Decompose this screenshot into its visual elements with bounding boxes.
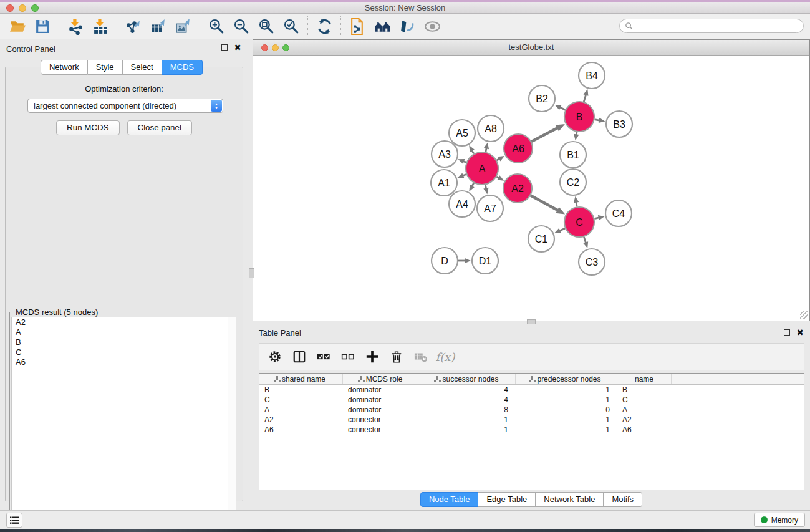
zoom-out-icon[interactable] <box>229 16 254 37</box>
mcds-result-item[interactable]: C <box>12 347 236 357</box>
table-cell[interactable]: 1 <box>516 395 617 405</box>
birdseye-icon[interactable] <box>420 16 445 37</box>
graph-edge-arrowhead <box>483 188 488 195</box>
criterion-dropdown[interactable]: largest connected component (directed) ▲… <box>27 99 223 113</box>
table-cell[interactable]: A6 <box>617 425 672 435</box>
column-header-shared-name[interactable]: shared name <box>259 374 343 384</box>
table-row[interactable]: Cdominator41C <box>259 395 804 405</box>
save-session-icon[interactable] <box>30 16 55 37</box>
table-cell[interactable]: 1 <box>420 415 516 425</box>
mcds-result-item[interactable]: A2 <box>12 317 236 327</box>
table-cell[interactable]: 0 <box>516 405 617 415</box>
table-cell[interactable]: A <box>259 405 343 415</box>
table-row[interactable]: A2connector11A2 <box>259 415 804 425</box>
tab-edge-table[interactable]: Edge Table <box>478 492 536 507</box>
table-cell[interactable]: A6 <box>259 425 343 435</box>
export-table-icon[interactable] <box>146 16 171 37</box>
table-cell[interactable]: A2 <box>617 415 672 425</box>
table-panel-title: Table Panel <box>259 328 301 337</box>
resize-grip-icon[interactable] <box>800 311 808 319</box>
table-cell[interactable]: 1 <box>516 425 617 435</box>
export-image-icon[interactable] <box>171 16 196 37</box>
deselect-all-icon[interactable] <box>339 347 357 366</box>
import-network-icon[interactable] <box>63 16 88 37</box>
table-cell[interactable]: 1 <box>516 385 617 395</box>
graph-node-label: B2 <box>536 94 548 104</box>
gear-icon[interactable] <box>266 347 284 366</box>
columns-icon[interactable] <box>290 347 309 366</box>
mcds-result-item[interactable]: B <box>12 337 236 347</box>
import-table-icon[interactable] <box>88 16 113 37</box>
tab-motifs[interactable]: Motifs <box>604 492 642 507</box>
divider-handle[interactable] <box>249 268 254 278</box>
memory-status-icon <box>761 516 768 523</box>
open-session-icon[interactable] <box>5 16 30 37</box>
float-panel-icon[interactable] <box>784 329 790 336</box>
table-cell[interactable]: dominator <box>343 405 420 415</box>
mcds-result-item[interactable]: A <box>12 327 236 337</box>
table-cell[interactable]: 1 <box>420 425 516 435</box>
home-icon[interactable] <box>370 16 395 37</box>
search-input[interactable] <box>619 19 804 33</box>
table-row[interactable]: Bdominator41B <box>259 385 804 395</box>
refresh-layout-icon[interactable] <box>312 16 337 37</box>
network-canvas[interactable]: AA1A2A3A4A5A6A7A8BB1B2B3B4CC1C2C3C4DD1 <box>254 56 809 320</box>
tab-select[interactable]: Select <box>123 60 162 75</box>
tab-network-table[interactable]: Network Table <box>536 492 604 507</box>
close-panel-icon[interactable]: ✖ <box>234 44 241 51</box>
network-file-icon[interactable] <box>345 16 370 37</box>
table-cell[interactable]: A2 <box>259 415 343 425</box>
close-panel-button[interactable]: Close panel <box>127 120 192 135</box>
memory-button[interactable]: Memory <box>754 513 805 527</box>
toolbar-separator <box>200 16 200 36</box>
table-cell[interactable]: 4 <box>420 385 516 395</box>
graph-edge[interactable] <box>531 195 559 210</box>
zoom-selected-icon[interactable] <box>279 16 304 37</box>
table-row[interactable]: A6connector11A6 <box>259 425 804 435</box>
graph-node-label: A <box>479 163 486 174</box>
divider-handle[interactable] <box>527 319 536 324</box>
close-panel-icon[interactable]: ✖ <box>796 329 804 336</box>
table-cell[interactable]: 8 <box>420 405 516 415</box>
zoom-in-icon[interactable] <box>204 16 229 37</box>
table-cell[interactable]: 4 <box>420 395 516 405</box>
graph-node-label: C <box>576 217 583 228</box>
graph-edge-arrowhead <box>583 89 588 96</box>
table-cell[interactable]: C <box>617 395 672 405</box>
graph-edge[interactable] <box>531 128 558 142</box>
table-cell[interactable]: connector <box>343 415 420 425</box>
run-mcds-button[interactable]: Run MCDS <box>56 120 119 135</box>
column-header-predecessor-nodes[interactable]: predecessor nodes <box>516 374 617 384</box>
column-header-name[interactable]: name <box>617 374 672 384</box>
mcds-result-list[interactable]: A2ABCA6 <box>11 317 236 522</box>
column-header-mcds-role[interactable]: MCDS role <box>343 374 420 384</box>
network-window-titlebar[interactable]: testGlobe.txt <box>253 40 809 56</box>
zoom-fit-icon[interactable] <box>254 16 279 37</box>
tab-mcds[interactable]: MCDS <box>162 60 203 75</box>
mcds-result-item[interactable]: A6 <box>12 357 236 367</box>
export-network-icon[interactable] <box>121 16 146 37</box>
tab-style[interactable]: Style <box>88 60 123 75</box>
graph-edge-arrowhead <box>583 241 588 248</box>
graphics-details-icon[interactable] <box>395 16 420 37</box>
add-column-icon[interactable] <box>363 347 382 366</box>
table-cell[interactable]: B <box>617 385 672 395</box>
select-all-icon[interactable] <box>314 347 333 366</box>
table-cell[interactable]: dominator <box>343 385 420 395</box>
tab-network[interactable]: Network <box>41 60 88 75</box>
delete-icon[interactable] <box>387 347 406 366</box>
table-cell[interactable]: B <box>259 385 343 395</box>
scrollbar[interactable] <box>228 317 236 521</box>
task-history-button[interactable] <box>6 513 22 528</box>
table-cell[interactable]: dominator <box>343 395 420 405</box>
table-cell[interactable]: 1 <box>516 415 617 425</box>
table-cell[interactable]: A <box>617 405 672 415</box>
column-header-successor-nodes[interactable]: successor nodes <box>420 374 516 384</box>
table-row[interactable]: Adominator80A <box>259 405 804 415</box>
graph-node-label: C4 <box>612 208 625 219</box>
table-cell[interactable]: C <box>259 395 343 405</box>
float-panel-icon[interactable] <box>221 44 228 51</box>
search-icon <box>625 22 633 30</box>
table-cell[interactable]: connector <box>343 425 420 435</box>
tab-node-table[interactable]: Node Table <box>420 492 479 507</box>
